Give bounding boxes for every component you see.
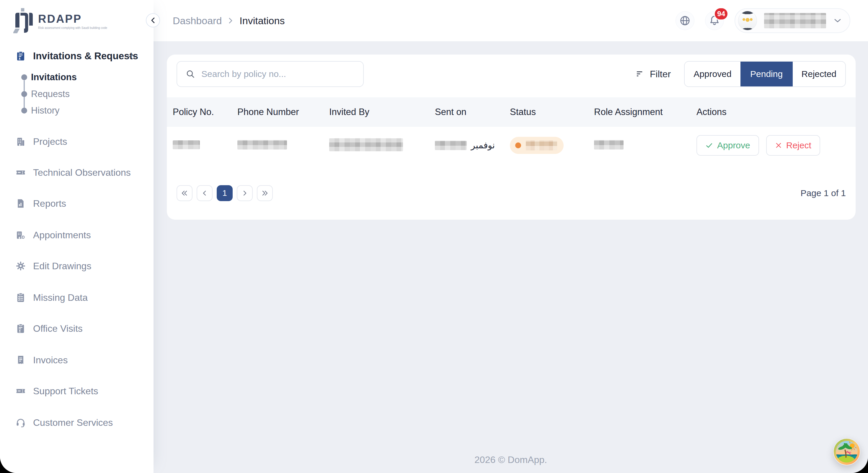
sidebar-item-support-tickets[interactable]: Support Tickets	[0, 381, 154, 401]
page-1-button[interactable]: 1	[217, 185, 232, 201]
user-avatar	[738, 11, 757, 30]
filter-label: Filter	[650, 69, 671, 80]
double-chevron-left-icon	[181, 190, 188, 196]
brand-tagline: Risk assessment complying with Saudi bui…	[38, 26, 107, 30]
prev-page-button[interactable]	[197, 185, 213, 201]
status-badge	[510, 137, 564, 154]
sidebar-item-edit-drawings[interactable]: Edit Drawings	[0, 257, 154, 275]
column-sent-on: Sent on	[435, 107, 510, 117]
breadcrumb-dashboard[interactable]: Dashboard	[173, 15, 222, 27]
double-chevron-right-icon	[261, 190, 268, 196]
clipboard-checklist-icon	[16, 292, 26, 303]
sent-on-month: نوفمبر	[471, 140, 495, 150]
pagination: 1 Page 1 of 1	[167, 185, 856, 201]
sidebar-group-invitations-requests[interactable]: Invitations & Requests	[0, 46, 154, 65]
chevron-left-icon	[150, 17, 156, 24]
brand-name: RDAPP	[38, 13, 107, 25]
bullet-dot-icon	[21, 108, 27, 113]
next-page-button[interactable]	[237, 185, 253, 201]
brand-logo-mark-icon	[13, 8, 33, 34]
tab-rejected[interactable]: Rejected	[793, 62, 845, 87]
breadcrumb-current: Invitations	[240, 15, 285, 27]
building-arrow-icon	[16, 230, 26, 240]
sidebar-item-invoices[interactable]: Invoices	[0, 350, 154, 370]
headset-icon	[16, 417, 26, 428]
sidebar-item-projects[interactable]: Projects	[0, 132, 154, 151]
policy-no-redacted	[173, 140, 200, 149]
tropical-island-icon	[833, 438, 860, 465]
notifications-button[interactable]: 94	[705, 11, 724, 30]
sent-on-redacted	[435, 141, 467, 150]
chevron-right-icon	[228, 17, 233, 25]
last-page-button[interactable]	[257, 185, 273, 201]
filter-and-tabs: Filter Approved Pending Rejected	[636, 61, 846, 87]
tab-pending[interactable]: Pending	[740, 62, 793, 87]
chevron-down-icon	[833, 18, 842, 24]
search-icon	[185, 69, 195, 79]
sidebar-item-reports[interactable]: Reports	[0, 194, 154, 213]
sidebar-subnav: Invitations Requests History	[0, 68, 154, 122]
table-header: Policy No. Phone Number Invited By Sent …	[167, 97, 856, 127]
clipboard-person-icon	[16, 51, 26, 61]
building-icon	[16, 136, 26, 147]
invitations-card: Filter Approved Pending Rejected Policy …	[167, 55, 856, 220]
sidebar-item-invitations[interactable]: Invitations	[0, 70, 154, 85]
reject-button[interactable]: Reject	[766, 135, 820, 156]
chevron-right-icon	[242, 190, 247, 196]
table-row: نوفمبر Approve	[167, 127, 856, 164]
sidebar-item-history[interactable]: History	[0, 103, 154, 117]
topbar-actions: 94	[676, 8, 850, 33]
gear-icon	[16, 261, 26, 271]
vacation-mode-button[interactable]	[833, 438, 860, 465]
chevron-up-icon	[128, 54, 136, 59]
search-box	[177, 61, 364, 87]
sidebar-item-missing-data[interactable]: Missing Data	[0, 288, 154, 307]
search-input[interactable]	[202, 69, 355, 79]
ticket-icon	[16, 167, 26, 178]
column-phone-number: Phone Number	[237, 107, 329, 117]
sidebar: RDAPP Risk assessment complying with Sau…	[0, 0, 154, 473]
clipboard-visitor-icon	[16, 323, 26, 334]
column-invited-by: Invited By	[329, 107, 435, 117]
phone-number-redacted	[237, 140, 287, 149]
user-menu[interactable]	[735, 8, 850, 33]
status-text-redacted	[526, 140, 557, 150]
first-page-button[interactable]	[177, 185, 192, 201]
user-name-redacted	[764, 13, 826, 28]
check-icon	[705, 141, 713, 149]
approve-button[interactable]: Approve	[696, 135, 759, 156]
bullet-dot-icon	[21, 74, 27, 80]
chevron-left-icon	[202, 190, 207, 196]
ticket-icon	[16, 386, 26, 396]
sidebar-collapse-button[interactable]	[146, 13, 160, 27]
sidebar-group-label: Invitations & Requests	[33, 50, 138, 62]
notification-count-badge: 94	[714, 7, 728, 20]
report-file-icon	[16, 198, 26, 209]
column-status: Status	[510, 107, 594, 117]
card-toolbar: Filter Approved Pending Rejected	[167, 61, 856, 87]
sidebar-item-customer-services[interactable]: Customer Services	[0, 413, 154, 432]
tab-approved[interactable]: Approved	[685, 62, 740, 87]
globe-icon	[679, 15, 691, 27]
app-window: RDAPP Risk assessment complying with Sau…	[0, 0, 868, 473]
sidebar-item-technical-observations[interactable]: Technical Observations	[0, 163, 154, 182]
brand-logo[interactable]: RDAPP Risk assessment complying with Sau…	[13, 8, 107, 34]
topbar: Dashboard Invitations	[154, 0, 868, 41]
breadcrumb: Dashboard Invitations	[173, 15, 285, 27]
column-policy-no: Policy No.	[173, 107, 237, 117]
page-summary: Page 1 of 1	[801, 188, 846, 198]
sidebar-item-requests[interactable]: Requests	[0, 87, 154, 101]
main-content: Filter Approved Pending Rejected Policy …	[154, 41, 868, 473]
footer-copyright: 2026 © DomApp.	[154, 454, 868, 465]
column-role-assignment: Role Assignment	[594, 107, 696, 117]
sidebar-item-office-visits[interactable]: Office Visits	[0, 319, 154, 338]
role-assignment-redacted	[594, 140, 624, 149]
status-dot-icon	[515, 142, 521, 148]
column-actions: Actions	[696, 107, 856, 117]
invited-by-redacted	[329, 138, 403, 151]
bullet-dot-icon	[21, 91, 27, 97]
language-button[interactable]	[676, 11, 694, 30]
filter-lines-icon	[636, 70, 645, 78]
sidebar-item-appointments[interactable]: Appointments	[0, 226, 154, 244]
filter-button[interactable]: Filter	[636, 69, 671, 80]
